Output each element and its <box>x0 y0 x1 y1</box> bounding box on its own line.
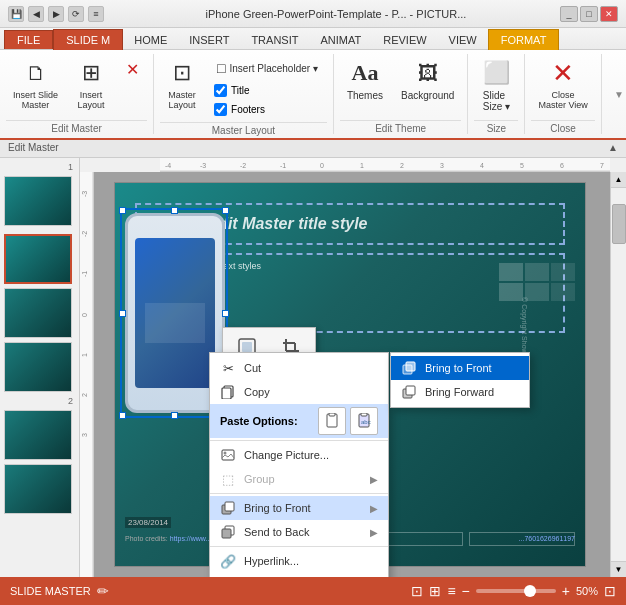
handle-bc[interactable] <box>171 412 178 419</box>
tab-animations[interactable]: ANIMAT <box>309 30 372 49</box>
url-text[interactable]: ...7601626961197 <box>519 535 575 542</box>
close-master-view-button[interactable]: ✕ CloseMaster View <box>531 54 594 114</box>
themes-button[interactable]: Aa Themes <box>340 54 390 105</box>
insert-slide-master-button[interactable]: 🗋 Insert SlideMaster <box>6 54 65 114</box>
copy-icon <box>220 384 236 400</box>
sep-3 <box>210 546 388 547</box>
customize-icon[interactable]: ≡ <box>88 6 104 22</box>
canvas-wrapper: -4 -3 -2 -1 0 1 2 3 4 5 6 7 -3 -2 <box>80 158 626 577</box>
thumb-1 <box>499 263 523 281</box>
tab-transitions[interactable]: TRANSIT <box>240 30 309 49</box>
slide-view-icon[interactable]: ✏ <box>97 583 109 599</box>
svg-rect-22 <box>242 342 252 352</box>
handle-tl[interactable] <box>119 207 126 214</box>
svg-rect-28 <box>222 388 231 399</box>
delete-button[interactable]: ✕ <box>117 56 147 82</box>
change-picture-label: Change Picture... <box>244 449 378 461</box>
sep-1 <box>210 440 388 441</box>
size-buttons: ⬜ SlideSize ▾ <box>474 54 518 118</box>
slide-thumbnail-3[interactable] <box>4 288 72 338</box>
background-button[interactable]: 🖼 Background <box>394 54 461 105</box>
insert-layout-button[interactable]: ⊞ InsertLayout <box>69 54 113 114</box>
zoom-slider[interactable] <box>476 589 556 593</box>
master-layout-buttons: ⊡ MasterLayout □ Insert Placeholder ▾ Ti… <box>160 54 327 120</box>
ribbon-group-edit-master: 🗋 Insert SlideMaster ⊞ InsertLayout ✕ Ed… <box>0 54 154 134</box>
phone-screen <box>135 238 215 388</box>
slide-size-button[interactable]: ⬜ SlideSize ▾ <box>474 54 518 116</box>
slide-thumbnail-2[interactable] <box>4 234 72 284</box>
minimize-button[interactable]: _ <box>560 6 578 22</box>
submenu-bring-to-front-item[interactable]: Bring to Front <box>391 356 529 380</box>
tab-insert[interactable]: INSERT <box>178 30 240 49</box>
ribbon-collapse-arrow[interactable]: ▲ <box>608 142 618 155</box>
screen-content <box>135 238 215 388</box>
submenu-bring-forward-item[interactable]: Bring Forward <box>391 380 529 404</box>
insert-placeholder-button[interactable]: □ Insert Placeholder ▾ <box>210 56 325 80</box>
thumb-6 <box>551 283 575 301</box>
slide-thumbnail-6[interactable] <box>4 464 72 514</box>
change-picture-icon <box>220 447 236 463</box>
restore-button[interactable]: □ <box>580 6 598 22</box>
scroll-thumb[interactable] <box>612 204 626 244</box>
svg-rect-37 <box>225 502 234 511</box>
insert-layout-label: InsertLayout <box>78 90 105 110</box>
paste-btn-1[interactable] <box>318 407 346 435</box>
hyperlink-icon: 🔗 <box>220 553 236 569</box>
paste-btn-2[interactable]: abc <box>350 407 378 435</box>
svg-text:-2: -2 <box>81 231 88 237</box>
title-checkbox[interactable] <box>214 84 227 97</box>
send-back-svg <box>221 525 235 539</box>
ribbon-group-edit-theme: Aa Themes 🖼 Background Edit Theme <box>334 54 469 134</box>
slide-thumbnail-5[interactable] <box>4 410 72 460</box>
zoom-in-button[interactable]: + <box>562 583 570 599</box>
title-bar: 💾 ◀ ▶ ⟳ ≡ iPhone Green-PowerPoint-Templa… <box>0 0 626 28</box>
thumb-3 <box>551 263 575 281</box>
view-normal-icon[interactable]: ⊡ <box>411 583 423 599</box>
slide-thumbnail-4[interactable] <box>4 342 72 392</box>
master-layout-button[interactable]: ⊡ MasterLayout <box>160 54 204 114</box>
repeat-icon[interactable]: ⟳ <box>68 6 84 22</box>
photo-credit-url[interactable]: https://www... <box>170 535 212 542</box>
master-layout-group-label: Master Layout <box>160 122 327 136</box>
context-upgrade-media: ▶ Upgrade Media Object <box>210 573 388 577</box>
svg-text:-1: -1 <box>280 162 286 169</box>
tab-review[interactable]: REVIEW <box>372 30 437 49</box>
svg-text:6: 6 <box>560 162 564 169</box>
ribbon-group-close: ✕ CloseMaster View Close <box>525 54 601 134</box>
submenu-bring-front-label: Bring to Front <box>425 362 492 374</box>
status-bar-right: ⊡ ⊞ ≡ − + 50% ⊡ <box>411 583 616 599</box>
footers-checkbox[interactable] <box>214 103 227 116</box>
close-button[interactable]: ✕ <box>600 6 618 22</box>
tab-home[interactable]: HOME <box>123 30 178 49</box>
bring-to-front-label: Bring to Front <box>244 502 362 514</box>
slide-thumbnail-1[interactable] <box>4 176 72 226</box>
undo-icon[interactable]: ◀ <box>28 6 44 22</box>
svg-text:1: 1 <box>360 162 364 169</box>
save-icon[interactable]: 💾 <box>8 6 24 22</box>
footers-checkbox-row: Footers <box>210 101 325 118</box>
view-reading-icon[interactable]: ≡ <box>447 583 455 599</box>
tab-format[interactable]: FORMAT <box>488 29 560 50</box>
context-bring-to-front[interactable]: Bring to Front ▶ <box>210 496 388 520</box>
zoom-out-button[interactable]: − <box>462 583 470 599</box>
redo-icon[interactable]: ▶ <box>48 6 64 22</box>
zoom-thumb[interactable] <box>524 585 536 597</box>
scroll-down-button[interactable]: ▼ <box>611 561 626 577</box>
ribbon-scroll-down[interactable]: ▼ <box>614 89 624 100</box>
submenu-bring-forward-icon <box>401 384 417 400</box>
edit-master-sublabel: Edit Master ▲ <box>0 140 626 158</box>
view-slide-sorter-icon[interactable]: ⊞ <box>429 583 441 599</box>
context-change-picture[interactable]: Change Picture... <box>210 443 388 467</box>
fit-slide-button[interactable]: ⊡ <box>604 583 616 599</box>
svg-text:5: 5 <box>520 162 524 169</box>
tab-file[interactable]: FILE <box>4 30 53 49</box>
thumb-4 <box>499 283 523 301</box>
context-hyperlink[interactable]: 🔗 Hyperlink... <box>210 549 388 573</box>
context-copy[interactable]: Copy <box>210 380 388 404</box>
context-cut[interactable]: ✂ Cut <box>210 356 388 380</box>
scroll-up-button[interactable]: ▲ <box>611 172 626 188</box>
tab-slide-master[interactable]: SLIDE M <box>53 29 123 50</box>
context-send-to-back[interactable]: Send to Back ▶ <box>210 520 388 544</box>
tab-view[interactable]: VIEW <box>438 30 488 49</box>
handle-bl[interactable] <box>119 412 126 419</box>
